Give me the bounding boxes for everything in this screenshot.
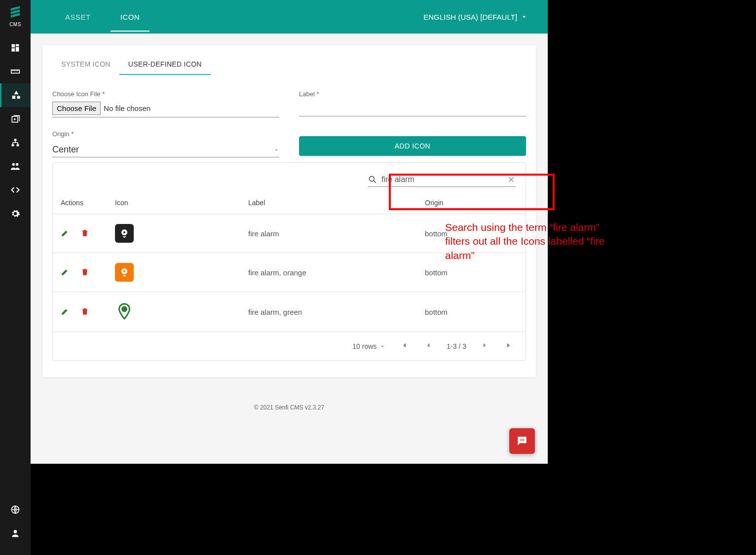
hierarchy-icon: [10, 138, 20, 148]
subtab-system-icon[interactable]: SYSTEM ICON: [52, 55, 119, 75]
nav-settings[interactable]: [0, 202, 31, 225]
origin-value: Center: [52, 145, 79, 155]
code-icon: [10, 185, 20, 195]
subtabs: SYSTEM ICON USER-DEFINED ICON: [42, 55, 536, 75]
trash-icon: [80, 228, 89, 237]
origin-field-label: Origin *: [52, 130, 279, 138]
nav-ruler[interactable]: [0, 60, 31, 83]
last-page-icon: [505, 341, 514, 350]
shapes-icon: [11, 90, 22, 101]
alarm-icon: [118, 227, 130, 239]
col-actions: Actions: [53, 192, 107, 214]
chevron-right-icon: [480, 341, 489, 350]
svg-point-15: [122, 307, 127, 311]
language-selector[interactable]: ENGLISH (USA) [DEFAULT]: [423, 13, 528, 21]
trash-icon: [80, 267, 89, 276]
pencil-icon: [61, 228, 70, 237]
edit-button[interactable]: [61, 309, 70, 317]
page-prev[interactable]: [422, 339, 435, 353]
svg-point-14: [123, 270, 125, 272]
nav-dashboard[interactable]: [0, 36, 31, 60]
form-row-2: Origin * Center ADD ICON: [42, 122, 536, 162]
search-input[interactable]: [381, 175, 503, 184]
first-page-icon: [399, 341, 408, 350]
topbar: ASSET ICON ENGLISH (USA) [DEFAULT]: [31, 0, 548, 34]
svg-rect-3: [14, 139, 17, 141]
svg-point-2: [17, 96, 20, 99]
col-origin: Origin: [417, 192, 526, 214]
sidebar: CMS: [0, 0, 31, 555]
footer-text: © 2021 Senfi CMS v2.3.27: [31, 389, 548, 426]
annotation-text: Search using the term “fire alarm” filte…: [445, 221, 623, 262]
search-icon: [368, 175, 378, 185]
svg-point-10: [369, 176, 374, 181]
search-row: [53, 173, 526, 192]
delete-button[interactable]: [80, 269, 89, 278]
users-icon: [10, 161, 21, 172]
origin-select[interactable]: Center: [52, 142, 279, 157]
page-next[interactable]: [478, 339, 491, 353]
language-label: ENGLISH (USA) [DEFAULT]: [423, 13, 517, 21]
video-library-icon: [10, 114, 20, 124]
page-last[interactable]: [503, 339, 516, 353]
edit-button[interactable]: [61, 269, 70, 278]
subtab-user-defined-icon[interactable]: USER-DEFINED ICON: [119, 55, 211, 75]
rows-label: 10 rows: [352, 342, 377, 350]
delete-button[interactable]: [80, 309, 89, 317]
dashboard-icon: [10, 43, 20, 53]
svg-rect-0: [11, 70, 20, 74]
sidebar-bottom: [0, 498, 31, 545]
tab-icon[interactable]: ICON: [106, 0, 155, 34]
row-label: fire alarm, orange: [240, 253, 417, 292]
nav-users[interactable]: [0, 154, 31, 178]
svg-rect-1: [12, 96, 15, 99]
nav-globe[interactable]: [0, 498, 31, 521]
svg-rect-5: [17, 144, 19, 146]
pagination: 10 rows 1-3 / 3: [53, 332, 526, 360]
svg-point-12: [123, 231, 125, 233]
chat-fab[interactable]: [509, 428, 535, 454]
svg-point-18: [523, 440, 525, 441]
pencil-icon: [61, 267, 70, 276]
icon-thumbnail: [115, 263, 134, 282]
nav-code[interactable]: [0, 178, 31, 202]
main-card: SYSTEM ICON USER-DEFINED ICON Choose Ico…: [42, 45, 536, 377]
app-logo: [8, 5, 22, 19]
nav-shapes[interactable]: [0, 83, 31, 107]
edit-button[interactable]: [61, 230, 70, 239]
choose-file-button[interactable]: Choose File: [52, 102, 101, 115]
dropdown-icon: [273, 147, 279, 153]
row-origin: bottom: [417, 292, 526, 332]
table-row: fire alarm, green bottom: [53, 292, 526, 332]
row-label: fire alarm, green: [240, 292, 417, 332]
col-label: Label: [240, 192, 417, 214]
svg-point-7: [16, 163, 18, 166]
row-label: fire alarm: [240, 214, 417, 253]
add-icon-button[interactable]: ADD ICON: [299, 136, 526, 156]
clear-search-icon[interactable]: [507, 175, 516, 184]
delete-button[interactable]: [80, 230, 89, 239]
label-field-label: Label *: [299, 90, 526, 98]
person-icon: [10, 528, 20, 538]
dropdown-icon: [379, 343, 385, 349]
file-input-row: Choose File No file chosen: [52, 102, 279, 117]
pin-icon: [115, 302, 133, 320]
pencil-icon: [61, 307, 70, 316]
svg-point-17: [522, 440, 523, 441]
search-box: [368, 173, 516, 187]
tab-asset[interactable]: ASSET: [50, 0, 106, 34]
icon-thumbnail: [115, 302, 134, 321]
file-field-label: Choose Icon File *: [52, 90, 279, 98]
cms-label: CMS: [9, 22, 21, 27]
trash-icon: [80, 307, 89, 316]
globe-icon: [10, 505, 20, 515]
page-first[interactable]: [397, 339, 410, 353]
label-input[interactable]: [299, 102, 526, 116]
nav-profile[interactable]: [0, 521, 31, 545]
ruler-icon: [10, 67, 20, 76]
chevron-down-icon: [520, 13, 528, 21]
nav-hierarchy[interactable]: [0, 131, 31, 154]
nav-library[interactable]: [0, 107, 31, 131]
rows-per-page[interactable]: 10 rows: [352, 342, 385, 350]
chevron-left-icon: [424, 341, 433, 350]
